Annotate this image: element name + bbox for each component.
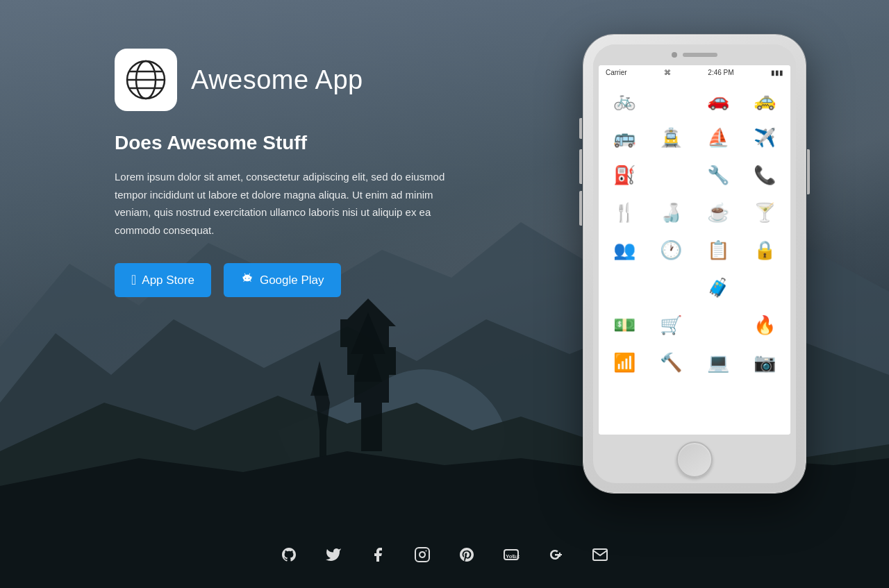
grid-cell: 📞 (742, 157, 788, 193)
phone-body: Carrier ⌘ 2:46 PM ▮▮▮ 🚲 🏍 🚗 🚕 (583, 35, 806, 493)
googleplay-label: Google Play (260, 274, 324, 287)
twitter-icon[interactable] (321, 542, 346, 567)
youtube-icon[interactable]: You Tube (499, 542, 524, 567)
cta-buttons:  App Store Google Play (115, 263, 448, 297)
android-logo (240, 271, 254, 285)
grid-cell: 📋 (695, 232, 741, 268)
globe-icon (125, 59, 167, 101)
svg-text:Tube: Tube (512, 554, 520, 559)
email-icon[interactable] (588, 542, 613, 567)
carrier-label: Carrier (606, 69, 627, 76)
grid-cell: 🚗 (695, 82, 741, 118)
svg-rect-6 (415, 548, 429, 562)
grid-cell: 🧳 (695, 269, 741, 305)
grid-cell: 💻 (695, 344, 741, 380)
phone-screen: Carrier ⌘ 2:46 PM ▮▮▮ 🚲 🏍 🚗 🚕 (599, 65, 790, 435)
left-panel: Awesome App Does Awesome Stuff Lorem ips… (115, 49, 448, 297)
pinterest-logo (458, 546, 475, 563)
googleplay-button[interactable]: Google Play (224, 263, 341, 297)
wifi-signal: ⌘ (664, 69, 671, 76)
grid-cell: 🚕 (742, 82, 788, 118)
grid-cell: 🔥 (742, 307, 788, 343)
social-footer: You Tube (0, 542, 889, 567)
googleplus-icon[interactable] (543, 542, 568, 567)
grid-cell: 🚲 (601, 82, 647, 118)
app-description: Lorem ipsum dolor sit amet, consectetur … (115, 168, 448, 239)
phone-top-bar (593, 44, 796, 65)
page-content: Awesome App Does Awesome Stuff Lorem ips… (0, 0, 889, 588)
android-icon (240, 271, 254, 289)
grid-cell: 🍸 (742, 194, 788, 230)
mute-button (579, 118, 582, 139)
grid-cell: 🗺 (649, 157, 695, 193)
home-button[interactable] (676, 442, 713, 478)
appstore-label: App Store (142, 274, 194, 287)
facebook-icon[interactable] (365, 542, 390, 567)
grid-cell: 📶 (601, 344, 647, 380)
phone-mockup: Carrier ⌘ 2:46 PM ▮▮▮ 🚲 🏍 🚗 🚕 (583, 35, 806, 493)
grid-cell: 🕐 (649, 232, 695, 268)
grid-cell: 💵 (601, 307, 647, 343)
grid-cell: 🏍 (649, 82, 695, 118)
grid-cell: 🛏 (601, 269, 647, 305)
app-grid: 🚲 🏍 🚗 🚕 🚌 🚊 ⛵ ✈️ ⛽ 🗺 🔧 (599, 79, 790, 435)
grid-cell: ⛽ (601, 157, 647, 193)
grid-cell: 🍴 (601, 194, 647, 230)
grid-cell: ❤ (649, 269, 695, 305)
power-button (807, 149, 810, 194)
grid-cell: 🚊 (649, 119, 695, 156)
email-logo (592, 546, 608, 563)
grid-cell: 🛡 (742, 269, 788, 305)
googleplus-logo (547, 546, 564, 563)
instagram-icon[interactable] (410, 542, 435, 567)
grid-cell: 🔒 (742, 232, 788, 268)
grid-cell: 🗑 (695, 307, 741, 343)
grid-cell: 🛒 (649, 307, 695, 343)
app-tagline: Does Awesome Stuff (115, 132, 448, 154)
grid-cell: 🚌 (601, 119, 647, 156)
facebook-logo (369, 546, 386, 563)
github-icon[interactable] (276, 542, 301, 567)
status-bar: Carrier ⌘ 2:46 PM ▮▮▮ (599, 65, 790, 79)
apple-icon:  (131, 272, 136, 288)
icon-grid: 🚲 🏍 🚗 🚕 🚌 🚊 ⛵ ✈️ ⛽ 🗺 🔧 (601, 82, 788, 380)
grid-cell: ☕ (695, 194, 741, 230)
earpiece (683, 53, 717, 57)
youtube-logo: You Tube (503, 546, 520, 563)
time-label: 2:46 PM (708, 69, 733, 76)
grid-cell: ⛵ (695, 119, 741, 156)
grid-cell: ✈️ (742, 119, 788, 156)
instagram-logo (414, 546, 431, 563)
grid-cell: 🔨 (649, 344, 695, 380)
volume-up-button (579, 149, 582, 184)
app-header: Awesome App (115, 49, 448, 111)
twitter-logo (325, 546, 342, 563)
phone-inner: Carrier ⌘ 2:46 PM ▮▮▮ 🚲 🏍 🚗 🚕 (593, 44, 796, 483)
pinterest-icon[interactable] (454, 542, 479, 567)
github-logo (281, 546, 297, 563)
appstore-button[interactable]:  App Store (115, 263, 211, 297)
grid-cell: 👥 (601, 232, 647, 268)
grid-cell: 🔧 (695, 157, 741, 193)
app-icon (115, 49, 177, 111)
grid-cell: 🍶 (649, 194, 695, 230)
app-title: Awesome App (191, 65, 363, 95)
battery-label: ▮▮▮ (771, 69, 783, 76)
grid-cell: 📷 (742, 344, 788, 380)
volume-down-button (579, 191, 582, 226)
front-camera (672, 52, 677, 58)
